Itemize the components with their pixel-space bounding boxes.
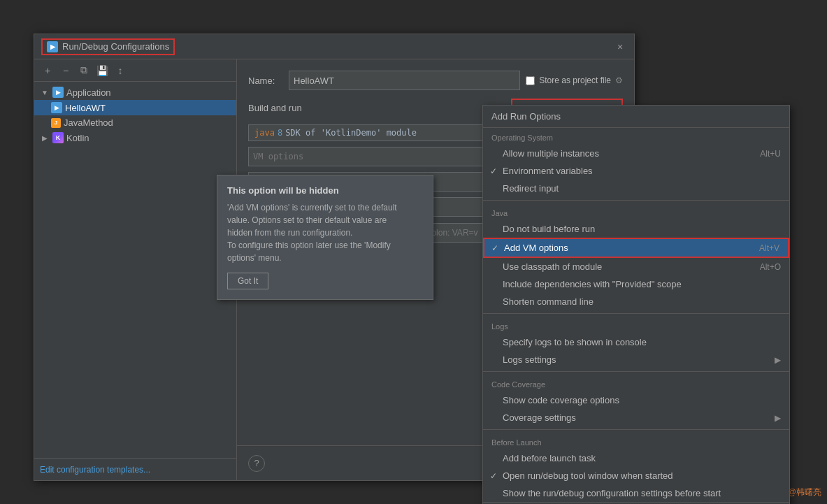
helloawt-icon: ▶	[51, 102, 62, 113]
dropdown-divider-3	[483, 371, 789, 372]
os-section-title: Operating System	[483, 128, 789, 145]
edit-templates-link[interactable]: Edit configuration templates...	[40, 465, 150, 475]
dropdown-logs-settings[interactable]: Logs settings ▶	[483, 351, 789, 368]
build-run-label: Build and run	[248, 103, 302, 113]
tooltip-line1: 'Add VM options' is currently set to the…	[227, 203, 397, 213]
tree-helloawt-item[interactable]: ▶ HelloAWT	[34, 100, 236, 115]
config-tree: ▼ ▶ Application ▶ HelloAWT J JavaMethod …	[34, 82, 236, 458]
title-highlight-box: ▶ Run/Debug Configurations	[41, 38, 175, 55]
dropdown-add-before-launch-label: Add before launch task	[503, 453, 596, 463]
name-row: Name: Store as project file ⚙	[248, 71, 623, 90]
dropdown-coverage-settings-label: Coverage settings	[503, 412, 576, 423]
dropdown-include-deps-label: Include dependencies with "Provided" sco…	[503, 279, 682, 289]
store-label: Store as project file	[539, 75, 611, 85]
add-vm-check: ✓	[491, 243, 498, 253]
tree-helloawt-label: HelloAWT	[65, 103, 106, 113]
sdk-text: SDK of 'KotlinDemo' module	[285, 128, 417, 138]
dropdown-env-vars[interactable]: ✓ Environment variables	[483, 162, 789, 180]
allow-multiple-shortcut: Alt+U	[760, 149, 781, 159]
dropdown-show-settings-before[interactable]: Show the run/debug configuration setting…	[483, 484, 789, 502]
dropdown-specify-logs[interactable]: Specify logs to be shown in console	[483, 333, 789, 351]
dropdown-divider-4	[483, 429, 789, 430]
dropdown-env-vars-label: Environment variables	[503, 166, 593, 176]
dropdown-include-deps[interactable]: Include dependencies with "Provided" sco…	[483, 275, 789, 293]
use-classpath-shortcut: Alt+O	[760, 262, 781, 272]
dialog-title-text: Run/Debug Configurations	[62, 41, 169, 52]
add-config-button[interactable]: +	[40, 63, 55, 78]
copy-config-button[interactable]: ⧉	[76, 63, 92, 78]
before-launch-section-title: Before Launch	[483, 433, 789, 449]
javamethod-icon: J	[51, 118, 61, 128]
store-checkbox-row: Store as project file ⚙	[526, 75, 623, 85]
dropdown-allow-multiple[interactable]: Allow multiple instances Alt+U	[483, 145, 789, 162]
dropdown-add-before-launch[interactable]: Add before launch task	[483, 449, 789, 467]
move-config-button[interactable]: ↕	[113, 63, 128, 78]
open-tool-window-check: ✓	[490, 471, 497, 481]
tree-arrow-kotlin: ▶	[40, 133, 50, 143]
dialog-title-left: ▶ Run/Debug Configurations	[41, 38, 175, 55]
dropdown-open-tool-window[interactable]: ✓ Open run/debug tool window when starte…	[483, 467, 789, 484]
store-settings-icon: ⚙	[615, 75, 623, 85]
dropdown-specify-logs-label: Specify logs to be shown in console	[503, 337, 647, 347]
tooltip-line2: value. Options set to their default valu…	[227, 215, 387, 225]
dropdown-show-settings-label: Show the run/debug configuration setting…	[503, 488, 721, 498]
tree-application-label: Application	[66, 87, 111, 98]
tree-javamethod-label: JavaMethod	[64, 117, 113, 128]
logs-settings-arrow: ▶	[775, 355, 781, 365]
tooltip-title: This option will be hidden	[227, 185, 423, 196]
env-vars-check: ✓	[490, 166, 497, 176]
dropdown-redirect-input[interactable]: Redirect input	[483, 180, 789, 197]
dropdown-logs-settings-label: Logs settings	[503, 354, 556, 365]
dropdown-show-coverage[interactable]: Show code coverage options	[483, 391, 789, 409]
got-it-button[interactable]: Got It	[227, 273, 268, 289]
dropdown-use-classpath-label: Use classpath of module	[503, 261, 602, 272]
tree-javamethod-item[interactable]: J JavaMethod	[34, 115, 236, 130]
dropdown-no-build-label: Do not build before run	[503, 224, 595, 234]
tree-kotlin-label: Kotlin	[66, 133, 89, 143]
app-icon: ▶	[52, 87, 64, 98]
dropdown-divider-2	[483, 313, 789, 314]
sdk-java-keyword: java	[254, 128, 275, 138]
config-toolbar: + − ⧉ 💾 ↕	[34, 59, 236, 82]
tree-arrow-app: ▼	[40, 87, 50, 97]
dropdown-coverage-settings[interactable]: Coverage settings ▶	[483, 409, 789, 426]
logs-section-title: Logs	[483, 317, 789, 333]
close-button[interactable]: ×	[613, 40, 627, 54]
tooltip-line4: To configure this option later use the '…	[227, 240, 391, 250]
sdk-version: 8	[278, 128, 282, 138]
save-config-button[interactable]: 💾	[94, 63, 110, 78]
dropdown-add-vm-label: Add VM options	[504, 243, 568, 253]
add-vm-shortcut: Alt+V	[759, 243, 779, 253]
help-button[interactable]: ?	[248, 455, 265, 472]
dialog-titlebar: ▶ Run/Debug Configurations ×	[34, 34, 634, 59]
tree-application-group[interactable]: ▼ ▶ Application	[34, 85, 236, 100]
dropdown-use-classpath[interactable]: Use classpath of module Alt+O	[483, 258, 789, 275]
remove-config-button[interactable]: −	[58, 63, 73, 78]
dropdown-redirect-label: Redirect input	[503, 183, 559, 194]
config-footer: Edit configuration templates...	[34, 458, 236, 480]
dialog-title-icon: ▶	[47, 41, 58, 52]
kotlin-icon: K	[52, 132, 64, 143]
coverage-section-title: Code Coverage	[483, 375, 789, 391]
coverage-settings-arrow: ▶	[775, 413, 781, 423]
dropdown-shorten-cmd-label: Shorten command line	[503, 296, 594, 307]
java-section-title: Java	[483, 203, 789, 220]
dropdown-open-tool-window-label: Open run/debug tool window when started	[503, 470, 673, 481]
tree-kotlin-group[interactable]: ▶ K Kotlin	[34, 130, 236, 145]
tooltip-popup: This option will be hidden 'Add VM optio…	[217, 175, 433, 300]
dropdown-add-vm[interactable]: ✓ Add VM options Alt+V	[483, 238, 789, 258]
tooltip-line5: options' menu.	[227, 253, 282, 263]
config-panel: + − ⧉ 💾 ↕ ▼ ▶ Application ▶ HelloAWT J	[34, 59, 237, 480]
dropdown-header: Add Run Options	[483, 106, 789, 128]
dropdown-show-coverage-label: Show code coverage options	[503, 395, 619, 405]
dropdown-menu: Add Run Options Operating System Allow m…	[482, 105, 790, 504]
name-input[interactable]	[289, 71, 520, 90]
dropdown-allow-multiple-label: Allow multiple instances	[503, 148, 599, 159]
dropdown-no-build[interactable]: Do not build before run	[483, 220, 789, 238]
name-label: Name:	[248, 75, 283, 86]
tooltip-line3: hidden from the run configuration.	[227, 228, 352, 238]
tooltip-body: 'Add VM options' is currently set to the…	[227, 201, 423, 264]
store-checkbox[interactable]	[526, 76, 535, 85]
dropdown-divider-1	[483, 200, 789, 201]
dropdown-shorten-cmd[interactable]: Shorten command line	[483, 293, 789, 310]
